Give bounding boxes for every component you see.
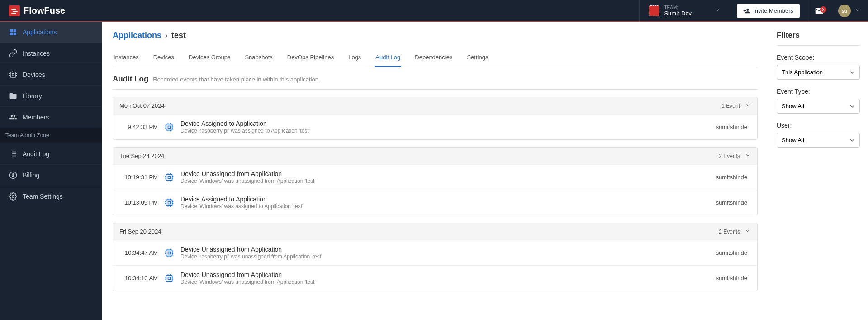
event-description: Device 'raspberry pi' was assigned to Ap…	[180, 128, 710, 134]
event-row: 9:42:33 PMDevice Assigned to Application…	[113, 114, 757, 139]
day-header[interactable]: Mon Oct 07 20241 Event	[113, 97, 757, 114]
event-description: Device 'Windows' was unassigned from App…	[180, 279, 710, 285]
day-count: 2 Events	[719, 229, 740, 235]
chip-icon	[164, 198, 174, 208]
svg-rect-0	[10, 72, 16, 77]
svg-rect-28	[166, 174, 172, 180]
sidebar-item-billing[interactable]: Billing	[0, 164, 102, 186]
event-row: 10:19:31 PMDevice Unassigned from Applic…	[113, 164, 757, 190]
chip-icon	[164, 248, 174, 258]
event-time: 10:19:31 PM	[119, 174, 158, 181]
tab-settings[interactable]: Settings	[466, 49, 489, 67]
filter-user-select[interactable]: Show All	[777, 133, 860, 148]
page-title: Audit Log	[113, 75, 148, 84]
chip-icon	[164, 273, 174, 283]
page-subtitle: Recorded events that have taken place in…	[153, 76, 320, 83]
tab-instances[interactable]: Instances	[113, 49, 140, 67]
topbar: FlowFuse TEAM: Sumit-Dev Invite Members …	[0, 0, 868, 22]
filter-scope-select[interactable]: This Application	[777, 65, 860, 80]
event-title: Device Unassigned from Application	[180, 271, 710, 278]
svg-rect-59	[168, 277, 171, 279]
event-title: Device Unassigned from Application	[180, 170, 710, 177]
filter-type-select[interactable]: Show All	[777, 99, 860, 114]
sidebar-item-label: Billing	[23, 172, 39, 179]
user-menu[interactable]: su	[831, 5, 868, 17]
day-group: Mon Oct 07 20241 Event9:42:33 PMDevice A…	[113, 97, 758, 140]
sidebar-item-label: Instances	[23, 50, 50, 57]
tab-devices-groups[interactable]: Devices Groups	[188, 49, 231, 67]
breadcrumb-current: test	[171, 31, 186, 40]
tab-logs[interactable]: Logs	[347, 49, 362, 67]
sidebar-section-header: Team Admin Zone	[0, 128, 102, 143]
chevron-right-icon: ›	[165, 31, 168, 40]
brand-name: FlowFuse	[24, 5, 65, 16]
sidebar-item-applications[interactable]: Applications	[0, 22, 102, 43]
notifications[interactable]: 3	[807, 0, 831, 21]
chevron-down-icon	[854, 7, 861, 14]
tab-devops-pipelines[interactable]: DevOps Pipelines	[286, 49, 335, 67]
chip-icon	[164, 122, 174, 132]
event-time: 10:34:10 AM	[119, 275, 158, 282]
team-selector[interactable]: TEAM: Sumit-Dev	[639, 0, 730, 21]
invite-members-button[interactable]: Invite Members	[737, 4, 800, 18]
sidebar: Applications Instances Devices Library M…	[0, 22, 102, 320]
event-time: 10:13:09 PM	[119, 199, 158, 206]
sidebar-item-devices[interactable]: Devices	[0, 64, 102, 85]
sidebar-item-label: Audit Log	[23, 150, 49, 158]
svg-rect-58	[166, 275, 172, 281]
invite-label: Invite Members	[753, 7, 793, 14]
dollar-icon	[9, 171, 17, 179]
event-row: 10:34:47 AMDevice Unassigned from Applic…	[113, 240, 757, 265]
sidebar-item-library[interactable]: Library	[0, 85, 102, 106]
team-name: Sumit-Dev	[664, 10, 692, 17]
link-icon	[9, 49, 17, 57]
person-add-icon	[743, 7, 750, 14]
svg-point-17	[12, 196, 14, 198]
day-count: 2 Events	[719, 153, 740, 159]
event-title: Device Assigned to Application	[180, 196, 710, 203]
sidebar-item-label: Applications	[23, 29, 57, 36]
logo[interactable]: FlowFuse	[0, 5, 74, 16]
sidebar-item-instances[interactable]: Instances	[0, 43, 102, 64]
breadcrumb-parent[interactable]: Applications	[113, 31, 161, 40]
svg-rect-19	[168, 126, 171, 128]
filter-type-label: Event Type:	[777, 88, 860, 95]
chevron-down-icon	[745, 152, 751, 160]
svg-rect-38	[166, 200, 172, 205]
gear-icon	[9, 192, 17, 201]
logo-icon	[9, 5, 20, 16]
notification-count: 3	[820, 6, 826, 13]
grid-icon	[9, 28, 17, 36]
filters-title: Filters	[777, 31, 860, 46]
event-title: Device Unassigned from Application	[180, 246, 710, 253]
tab-snapshots[interactable]: Snapshots	[244, 49, 273, 67]
event-user: sumitshinde	[716, 199, 751, 206]
tab-devices[interactable]: Devices	[152, 49, 175, 67]
event-description: Device 'Windows' was assigned to Applica…	[180, 203, 710, 210]
day-header[interactable]: Fri Sep 20 20242 Events	[113, 223, 757, 240]
day-group: Tue Sep 24 20242 Events10:19:31 PMDevice…	[113, 147, 758, 215]
event-time: 9:42:33 PM	[119, 124, 158, 130]
tab-audit-log[interactable]: Audit Log	[375, 49, 401, 67]
sidebar-item-members[interactable]: Members	[0, 106, 102, 128]
day-date: Tue Sep 24 2024	[119, 153, 719, 159]
event-user: sumitshinde	[716, 275, 751, 282]
event-title: Device Assigned to Application	[180, 120, 710, 127]
sidebar-item-team-settings[interactable]: Team Settings	[0, 186, 102, 207]
avatar: su	[838, 5, 851, 17]
event-user: sumitshinde	[716, 249, 751, 256]
sidebar-item-audit-log[interactable]: Audit Log	[0, 143, 102, 164]
day-group: Fri Sep 20 20242 Events10:34:47 AMDevice…	[113, 223, 758, 291]
team-label: TEAM:	[664, 5, 692, 10]
sidebar-item-label: Members	[23, 114, 49, 121]
filter-scope-label: Event Scope:	[777, 54, 860, 61]
day-header[interactable]: Tue Sep 24 20242 Events	[113, 148, 757, 164]
svg-rect-1	[12, 74, 14, 76]
breadcrumb: Applications › test	[113, 31, 758, 40]
event-description: Device 'Windows' was unassigned from App…	[180, 178, 710, 184]
filter-user-label: User:	[777, 122, 860, 129]
tab-dependencies[interactable]: Dependencies	[414, 49, 453, 67]
chip-icon	[9, 71, 17, 79]
svg-rect-39	[168, 201, 171, 204]
main-content: Applications › test InstancesDevicesDevi…	[102, 22, 768, 320]
